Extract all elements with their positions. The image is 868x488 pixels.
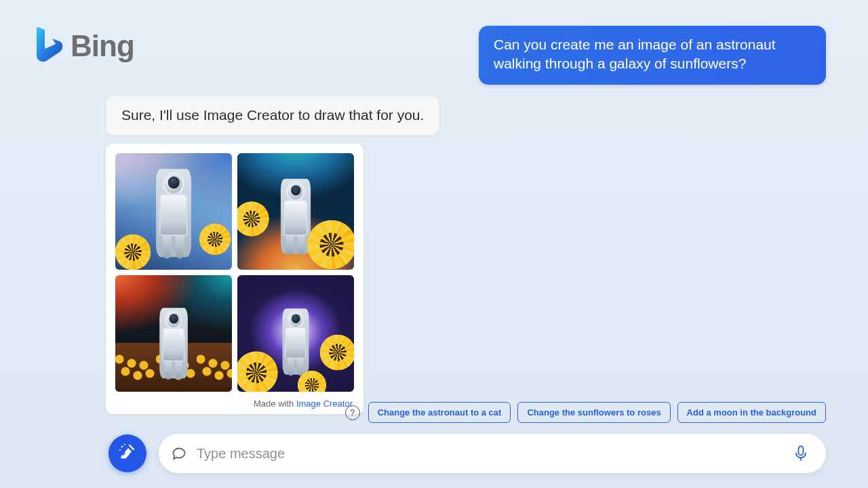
user-message-text: Can you create me an image of an astrona… bbox=[494, 37, 776, 71]
image-creator-link[interactable]: Image Creator bbox=[296, 399, 353, 409]
microphone-button[interactable] bbox=[789, 441, 812, 466]
generated-image-tile[interactable] bbox=[115, 153, 232, 270]
assistant-message-text: Sure, I'll use Image Creator to draw tha… bbox=[121, 107, 424, 123]
image-credit-prefix: Made with bbox=[254, 399, 296, 409]
chat-icon bbox=[171, 445, 187, 462]
assistant-message-bubble: Sure, I'll use Image Creator to draw tha… bbox=[106, 96, 439, 136]
suggestion-chip[interactable]: Change the sunflowers to roses bbox=[517, 402, 670, 423]
generated-image-tile[interactable] bbox=[115, 275, 232, 392]
bing-logo-icon bbox=[33, 26, 64, 66]
broom-icon bbox=[118, 443, 137, 464]
message-input-container[interactable] bbox=[159, 434, 826, 473]
composer bbox=[108, 434, 826, 473]
svg-rect-3 bbox=[799, 447, 804, 455]
suggestion-chip[interactable]: Add a moon in the background bbox=[677, 402, 826, 423]
bing-logo-text: Bing bbox=[71, 29, 134, 63]
generated-image-tile[interactable] bbox=[237, 275, 354, 392]
image-result-card: Made with Image Creator bbox=[106, 144, 363, 414]
svg-point-0 bbox=[121, 446, 123, 448]
help-icon[interactable]: ? bbox=[345, 405, 360, 420]
svg-point-1 bbox=[119, 449, 121, 451]
message-input[interactable] bbox=[197, 446, 789, 462]
image-credit: Made with Image Creator bbox=[115, 399, 354, 409]
user-message-bubble: Can you create me an image of an astrona… bbox=[479, 26, 826, 85]
image-grid bbox=[115, 153, 354, 392]
suggestion-chip[interactable]: Change the astronaut to a cat bbox=[368, 402, 511, 423]
svg-point-2 bbox=[124, 444, 125, 445]
new-topic-button[interactable] bbox=[108, 434, 146, 472]
generated-image-tile[interactable] bbox=[237, 153, 354, 270]
bing-logo: Bing bbox=[33, 26, 134, 66]
suggestion-row: ? Change the astronaut to a cat Change t… bbox=[345, 402, 826, 423]
